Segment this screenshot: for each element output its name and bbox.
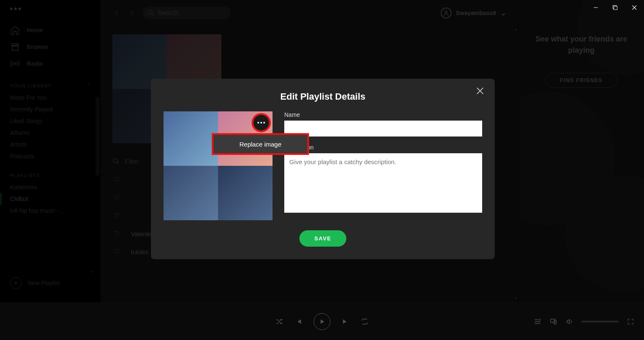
- edit-playlist-modal: Edit Playlist Details Name Description S…: [151, 79, 495, 259]
- minimize-button[interactable]: [586, 0, 605, 15]
- playlist-description-input[interactable]: [284, 153, 482, 213]
- save-button[interactable]: SAVE: [299, 230, 346, 247]
- description-label: Description: [284, 144, 482, 151]
- cover-options-button[interactable]: [253, 115, 269, 131]
- replace-image-label: Replace image: [239, 141, 281, 148]
- minimize-icon: [593, 5, 598, 10]
- playlist-name-input[interactable]: [284, 121, 482, 137]
- maximize-button[interactable]: [605, 0, 625, 15]
- maximize-icon: [613, 5, 618, 10]
- modal-title: Edit Playlist Details: [164, 91, 482, 102]
- close-icon: [475, 86, 485, 95]
- modal-close-button[interactable]: [475, 86, 486, 96]
- svg-rect-8: [614, 6, 617, 10]
- close-icon: [632, 5, 637, 10]
- close-button[interactable]: [625, 0, 644, 15]
- modal-playlist-cover[interactable]: [164, 111, 273, 220]
- name-label: Name: [284, 111, 482, 118]
- replace-image-menu-item[interactable]: Replace image: [213, 135, 307, 153]
- window-controls: [586, 0, 644, 15]
